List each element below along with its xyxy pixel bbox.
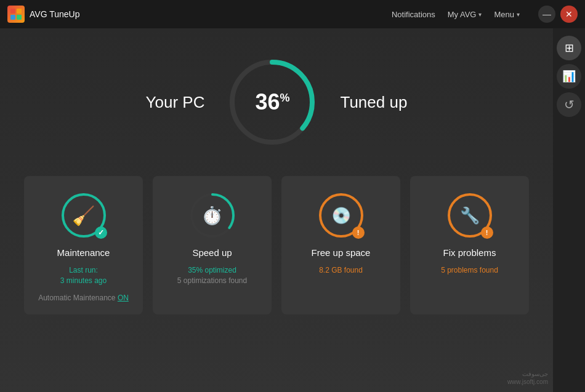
myavg-nav[interactable]: My AVG ▾ bbox=[448, 10, 482, 19]
svg-rect-1 bbox=[17, 9, 22, 14]
gauge-container: 36% bbox=[223, 53, 321, 151]
free-up-space-badge: ! bbox=[352, 226, 365, 239]
fix-problems-badge: ! bbox=[481, 226, 493, 239]
fix-problems-icon: 🔧 bbox=[460, 206, 480, 225]
app-logo bbox=[7, 6, 25, 23]
speed-up-icon: ⏱️ bbox=[201, 206, 223, 226]
free-up-space-icon-ring: 💿 ! bbox=[317, 191, 366, 240]
cards-section: 🧹 ✓ Maintenance Last run: 3 minutes ago … bbox=[24, 176, 529, 314]
svg-rect-0 bbox=[10, 9, 15, 14]
speed-up-icon-ring: ⏱️ bbox=[188, 191, 237, 240]
close-button[interactable]: ✕ bbox=[560, 6, 578, 23]
minimize-button[interactable]: — bbox=[538, 6, 555, 23]
free-up-space-subtitle: 8.2 GB found bbox=[319, 265, 363, 276]
main-content: Your PC 36% Tuned up bbox=[0, 28, 585, 392]
fix-problems-title: Fix problems bbox=[443, 247, 496, 258]
speed-up-subtitle: 35% optimized 5 optimizations found bbox=[177, 265, 247, 286]
maintenance-card[interactable]: 🧹 ✓ Maintenance Last run: 3 minutes ago … bbox=[24, 176, 143, 314]
title-bar-left: AVG TuneUp bbox=[7, 6, 79, 23]
center-area: Your PC 36% Tuned up bbox=[0, 28, 553, 392]
menu-chevron: ▾ bbox=[517, 11, 520, 18]
apps-icon: ⊞ bbox=[565, 41, 574, 55]
fix-problems-subtitle: 5 problems found bbox=[441, 265, 498, 276]
title-bar: AVG TuneUp Notifications My AVG ▾ Menu ▾… bbox=[0, 0, 585, 28]
myavg-chevron: ▾ bbox=[478, 11, 482, 18]
notifications-nav[interactable]: Notifications bbox=[392, 10, 435, 19]
speed-up-card[interactable]: ⏱️ Speed up 35% optimized 5 optimization… bbox=[153, 176, 272, 314]
maintenance-link-line: Automatic Maintenance ON bbox=[38, 294, 129, 302]
gauge-right-label: Tuned up bbox=[340, 93, 407, 112]
gauge-percent-value: 36% bbox=[255, 89, 289, 114]
svg-rect-3 bbox=[17, 15, 22, 20]
gauge-text: 36% bbox=[255, 91, 289, 113]
svg-rect-2 bbox=[10, 15, 15, 20]
free-up-space-icon: 💿 bbox=[331, 206, 351, 225]
refresh-icon: ↺ bbox=[564, 97, 575, 112]
fix-problems-icon-ring: 🔧 ! bbox=[445, 191, 494, 240]
title-bar-right: Notifications My AVG ▾ Menu ▾ — ✕ bbox=[392, 6, 578, 23]
window-controls: — ✕ bbox=[538, 6, 578, 23]
maintenance-subtitle: Last run: 3 minutes ago bbox=[60, 265, 107, 286]
fix-problems-card[interactable]: 🔧 ! Fix problems 5 problems found bbox=[410, 176, 529, 314]
chart-icon-button[interactable]: 📊 bbox=[557, 64, 581, 89]
speed-up-title: Speed up bbox=[192, 247, 232, 258]
apps-icon-button[interactable]: ⊞ bbox=[557, 36, 581, 60]
free-up-space-card[interactable]: 💿 ! Free up space 8.2 GB found bbox=[281, 176, 400, 314]
right-sidebar: ⊞ 📊 ↺ bbox=[553, 28, 585, 392]
menu-nav[interactable]: Menu ▾ bbox=[494, 10, 520, 19]
gauge-left-label: Your PC bbox=[146, 93, 205, 112]
chart-icon: 📊 bbox=[562, 70, 576, 83]
free-up-space-title: Free up space bbox=[312, 247, 371, 258]
maintenance-on-link[interactable]: ON bbox=[118, 294, 129, 302]
gauge-section: Your PC 36% Tuned up bbox=[146, 53, 408, 151]
maintenance-badge: ✓ bbox=[95, 226, 107, 239]
maintenance-title: Maintenance bbox=[57, 247, 110, 258]
app-title: AVG TuneUp bbox=[30, 9, 79, 19]
maintenance-icon-ring: 🧹 ✓ bbox=[59, 191, 108, 240]
refresh-icon-button[interactable]: ↺ bbox=[557, 92, 581, 117]
maintenance-icon: 🧹 bbox=[72, 205, 95, 226]
